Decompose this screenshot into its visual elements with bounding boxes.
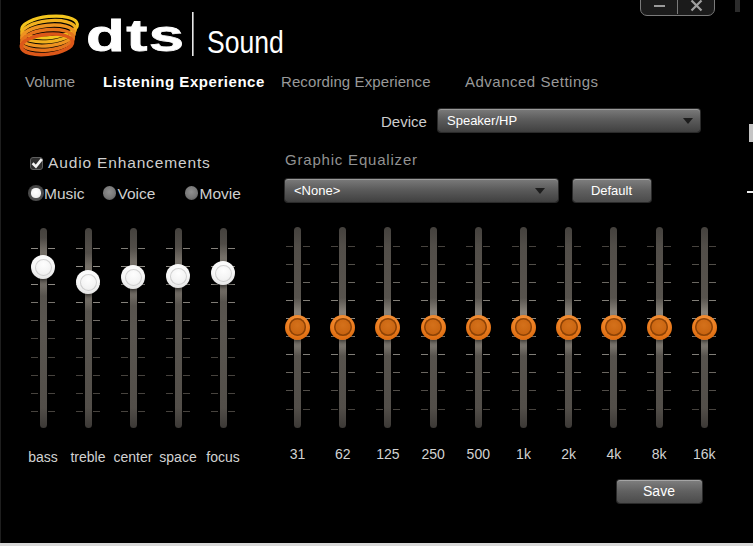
svg-text:Sound: Sound xyxy=(207,24,284,60)
svg-text:dts: dts xyxy=(86,10,185,60)
